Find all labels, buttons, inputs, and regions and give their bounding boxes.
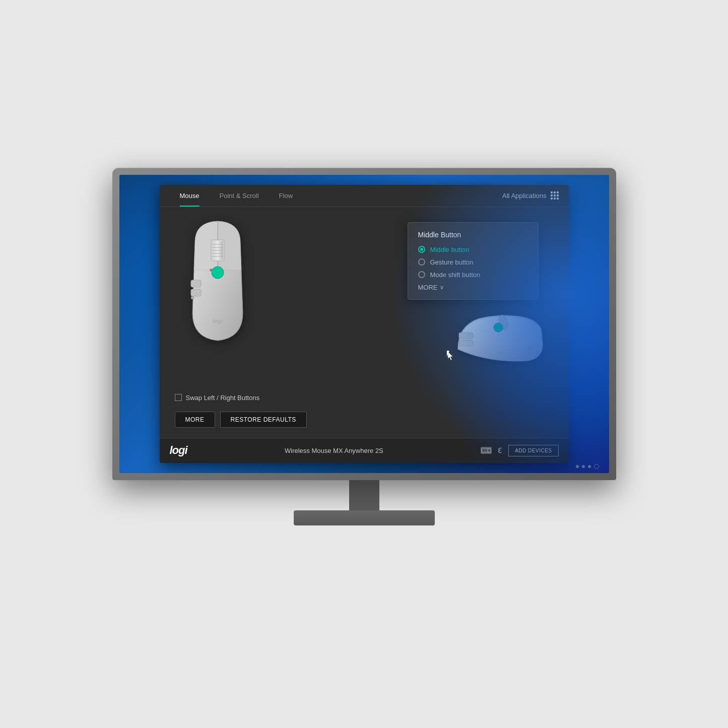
footer-right: ℇ ADD DEVICES bbox=[481, 445, 558, 456]
svg-rect-9 bbox=[191, 280, 201, 287]
svg-rect-10 bbox=[191, 289, 201, 296]
monitor-wrapper: Mouse Point & Scroll Flow All Applicatio… bbox=[112, 168, 616, 561]
svg-point-13 bbox=[191, 296, 194, 299]
monitor-frame: Mouse Point & Scroll Flow All Applicatio… bbox=[112, 168, 616, 480]
radio-circle-gesture bbox=[418, 258, 425, 266]
svg-rect-15 bbox=[459, 333, 473, 339]
mouse-side-svg bbox=[448, 306, 549, 367]
add-devices-button[interactable]: ADD DEVICES bbox=[508, 445, 558, 456]
grid-icon bbox=[551, 191, 559, 200]
status-dot-3 bbox=[588, 465, 591, 468]
restore-defaults-button[interactable]: RESTORE DEFAULTS bbox=[220, 412, 307, 428]
dropdown-title: Middle Button bbox=[418, 231, 528, 239]
bluetooth-icon: ℇ bbox=[498, 446, 502, 454]
radio-label-middle: Middle button bbox=[430, 246, 470, 253]
radio-label-mode-shift: Mode shift button bbox=[430, 271, 481, 279]
svg-rect-19 bbox=[482, 449, 487, 452]
option-mode-shift[interactable]: Mode shift button bbox=[418, 271, 528, 279]
mouse-front-view: logi bbox=[175, 212, 260, 345]
monitor-neck bbox=[349, 480, 379, 510]
swap-buttons-option[interactable]: Swap Left / Right Buttons bbox=[175, 394, 260, 402]
nav-bar: Mouse Point & Scroll Flow All Applicatio… bbox=[160, 185, 569, 207]
tab-mouse[interactable]: Mouse bbox=[170, 185, 210, 207]
svg-text:logi: logi bbox=[213, 318, 223, 324]
button-bar: MORE RESTORE DEFAULTS bbox=[160, 412, 569, 438]
option-gesture-button[interactable]: Gesture button bbox=[418, 258, 528, 266]
option-middle-button[interactable]: Middle button bbox=[418, 246, 528, 253]
cursor-pointer bbox=[447, 351, 453, 360]
svg-rect-16 bbox=[459, 340, 473, 346]
status-dots bbox=[576, 464, 599, 469]
mouse-side-view bbox=[448, 306, 549, 369]
more-button[interactable]: MORE bbox=[175, 412, 215, 428]
svg-point-8 bbox=[212, 267, 224, 279]
svg-point-12 bbox=[210, 269, 212, 271]
desktop-background: Mouse Point & Scroll Flow All Applicatio… bbox=[119, 175, 609, 473]
svg-point-14 bbox=[497, 314, 509, 330]
app-window: Mouse Point & Scroll Flow All Applicatio… bbox=[160, 185, 569, 463]
status-dot-1 bbox=[576, 465, 579, 468]
usb-receiver-icon bbox=[481, 447, 492, 454]
swap-checkbox[interactable] bbox=[175, 394, 182, 401]
radio-circle-middle bbox=[418, 246, 425, 253]
dropdown-popup: Middle Button Middle button Gesture butt… bbox=[408, 222, 539, 300]
monitor-base bbox=[294, 510, 435, 525]
radio-label-gesture: Gesture button bbox=[430, 258, 474, 266]
svg-rect-18 bbox=[481, 448, 491, 453]
svg-point-17 bbox=[494, 323, 503, 332]
tab-flow[interactable]: Flow bbox=[269, 185, 303, 207]
monitor-screen: Mouse Point & Scroll Flow All Applicatio… bbox=[119, 175, 609, 473]
bottom-controls: Swap Left / Right Buttons bbox=[160, 389, 569, 412]
app-footer: logi Wireless Mouse MX Anywhere 2S bbox=[160, 438, 569, 463]
device-name: Wireless Mouse MX Anywhere 2S bbox=[187, 447, 481, 454]
status-dot-2 bbox=[582, 465, 585, 468]
swap-label: Swap Left / Right Buttons bbox=[186, 394, 260, 402]
svg-rect-20 bbox=[488, 449, 490, 451]
main-content: logi Middle Button bbox=[160, 207, 569, 389]
more-dropdown-link[interactable]: MORE bbox=[418, 284, 528, 291]
all-applications-button[interactable]: All Applications bbox=[502, 191, 558, 200]
status-circle bbox=[594, 464, 599, 469]
logi-logo: logi bbox=[170, 444, 187, 457]
radio-circle-mode-shift bbox=[418, 271, 425, 278]
tab-point-scroll[interactable]: Point & Scroll bbox=[210, 185, 269, 207]
mouse-front-svg: logi bbox=[175, 212, 260, 343]
